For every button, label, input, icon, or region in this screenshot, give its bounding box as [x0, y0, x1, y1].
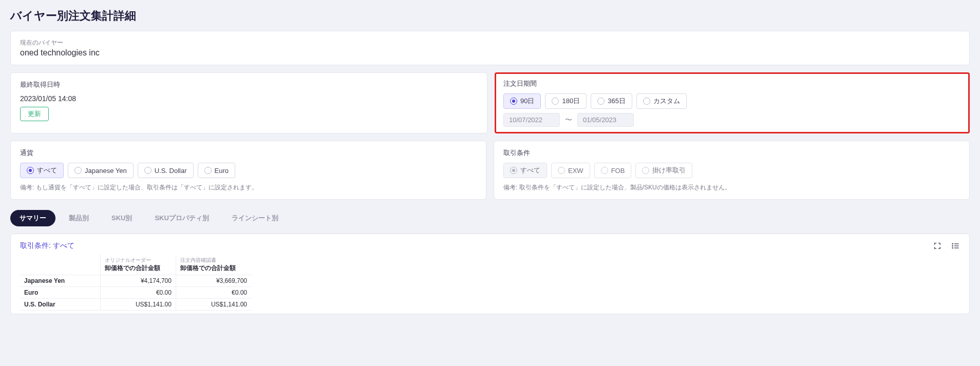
- period-365d[interactable]: 365日: [591, 93, 632, 109]
- radio-icon: [552, 98, 559, 105]
- terms-fob-label: FOB: [611, 167, 625, 175]
- period-custom-label: カスタム: [653, 97, 680, 106]
- row-conf: US$1,141.00: [176, 299, 251, 311]
- radio-icon: [27, 167, 34, 174]
- list-icon[interactable]: [951, 242, 960, 250]
- period-date-range: 〜: [503, 113, 961, 127]
- period-custom[interactable]: カスタム: [636, 93, 687, 109]
- update-button[interactable]: 更新: [20, 107, 49, 121]
- radio-icon: [601, 167, 608, 174]
- current-buyer-label: 現在のバイヤー: [20, 38, 960, 47]
- currency-jpy[interactable]: Japanese Yen: [68, 163, 134, 178]
- last-fetch-time: 2023/01/05 14:08: [20, 94, 478, 103]
- summary-title: 取引条件: すべて: [20, 241, 74, 251]
- svg-point-0: [952, 243, 953, 244]
- period-90d-label: 90日: [520, 97, 534, 106]
- currency-card: 通貨 すべて Japanese Yen U.S. Dollar Euro 備考:…: [10, 141, 486, 200]
- radio-icon: [74, 167, 82, 174]
- summary-card: 取引条件: すべて オリジナルオーダー 卸価格での合計金額 注文内容確認書 卸価…: [10, 234, 970, 314]
- tab-by-product[interactable]: 製品別: [60, 210, 98, 226]
- radio-icon: [510, 167, 517, 174]
- terms-exw-label: EXW: [568, 167, 583, 175]
- terms-note: 備考: 取引条件を「すべて」に設定した場合、製品/SKUの価格は表示されません。: [503, 183, 960, 192]
- period-tilde: 〜: [565, 115, 572, 125]
- period-from-input[interactable]: [503, 113, 560, 127]
- period-180d-label: 180日: [562, 97, 580, 106]
- terms-options: すべて EXW FOB 掛け率取引: [503, 163, 960, 178]
- table-row: U.S. Dollar US$1,141.00 US$1,141.00: [20, 299, 251, 311]
- col-confirmation: 注文内容確認書 卸価格での合計金額: [176, 255, 251, 275]
- tab-summary[interactable]: サマリー: [10, 210, 55, 226]
- current-buyer-card: 現在のバイヤー oned technologies inc: [10, 31, 970, 65]
- terms-rate-label: 掛け率取引: [652, 166, 686, 175]
- radio-icon: [144, 167, 152, 174]
- current-buyer-name: oned technologies inc: [20, 48, 960, 57]
- svg-point-1: [952, 245, 953, 246]
- currency-options: すべて Japanese Yen U.S. Dollar Euro: [20, 163, 477, 178]
- radio-icon: [643, 98, 650, 105]
- tab-by-sku[interactable]: SKU別: [102, 210, 141, 226]
- currency-jpy-label: Japanese Yen: [85, 167, 127, 175]
- radio-icon: [204, 167, 212, 174]
- row-orig: €0.00: [101, 287, 176, 299]
- period-365d-label: 365日: [608, 97, 626, 106]
- currency-all-label: すべて: [37, 166, 57, 175]
- radio-icon: [597, 98, 605, 105]
- row-currency-label: U.S. Dollar: [20, 299, 101, 311]
- last-fetch-card: 最終取得日時 2023/01/05 14:08 更新: [10, 72, 487, 133]
- radio-icon: [558, 167, 565, 174]
- terms-fob[interactable]: FOB: [594, 163, 632, 178]
- terms-all[interactable]: すべて: [503, 163, 547, 178]
- currency-usd-label: U.S. Dollar: [155, 167, 187, 175]
- col-original-order: オリジナルオーダー 卸価格での合計金額: [101, 255, 176, 275]
- period-to-input[interactable]: [577, 113, 634, 127]
- radio-icon: [642, 167, 649, 174]
- terms-all-label: すべて: [520, 166, 540, 175]
- period-options: 90日 180日 365日 カスタム: [503, 93, 961, 109]
- row-conf: ¥3,669,700: [176, 275, 251, 287]
- row-orig: ¥4,174,700: [101, 275, 176, 287]
- period-90d[interactable]: 90日: [503, 93, 541, 109]
- svg-point-2: [952, 247, 953, 248]
- table-row: Japanese Yen ¥4,174,700 ¥3,669,700: [20, 275, 251, 287]
- tab-by-linesheet[interactable]: ラインシート別: [222, 210, 288, 226]
- currency-note: 備考: もし通貨を「すべて」に設定した場合、取引条件は「すべて」に設定されます。: [20, 183, 477, 192]
- terms-card: 取引条件 すべて EXW FOB 掛け率取引 備考: 取引条件を「すべて」に設定…: [494, 141, 970, 200]
- currency-usd[interactable]: U.S. Dollar: [138, 163, 194, 178]
- terms-label: 取引条件: [503, 148, 960, 158]
- radio-icon: [510, 98, 517, 105]
- row-orig: US$1,141.00: [101, 299, 176, 311]
- summary-table: オリジナルオーダー 卸価格での合計金額 注文内容確認書 卸価格での合計金額 Ja…: [20, 255, 251, 311]
- currency-all[interactable]: すべて: [20, 163, 64, 178]
- row-currency-label: Japanese Yen: [20, 275, 101, 287]
- currency-eur-label: Euro: [215, 167, 229, 175]
- order-period-label: 注文日期間: [503, 79, 961, 88]
- table-row: Euro €0.00 €0.00: [20, 287, 251, 299]
- currency-label: 通貨: [20, 148, 477, 158]
- order-period-card: 注文日期間 90日 180日 365日 カスタム 〜: [495, 72, 970, 133]
- page-title: バイヤー別注文集計詳細: [10, 0, 970, 31]
- currency-eur[interactable]: Euro: [198, 163, 235, 178]
- last-fetch-label: 最終取得日時: [20, 80, 478, 89]
- row-currency-label: Euro: [20, 287, 101, 299]
- tabs: サマリー 製品別 SKU別 SKUプロパティ別 ラインシート別: [10, 210, 970, 226]
- period-180d[interactable]: 180日: [545, 93, 587, 109]
- terms-rate[interactable]: 掛け率取引: [635, 163, 692, 178]
- row-conf: €0.00: [176, 287, 251, 299]
- tab-by-sku-prop[interactable]: SKUプロパティ別: [145, 210, 218, 226]
- fullscreen-icon[interactable]: [933, 242, 941, 250]
- terms-exw[interactable]: EXW: [551, 163, 590, 178]
